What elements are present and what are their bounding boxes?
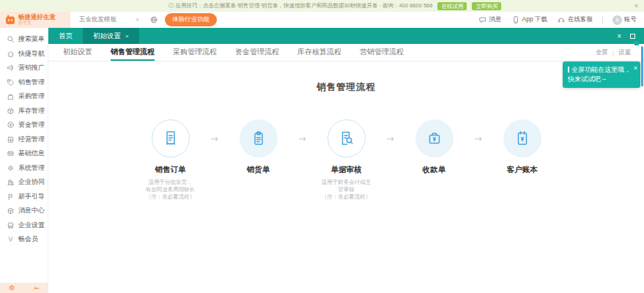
template-select[interactable]: 五金批发模板 ∨	[79, 15, 139, 24]
search-icon	[7, 35, 15, 43]
sidebar-item-sales[interactable]: 销售管理	[0, 75, 48, 90]
user-icon	[614, 17, 621, 23]
shopping-bag-icon	[7, 92, 15, 100]
tabbar-right-controls: ×	[617, 28, 644, 44]
tooltip-text: 全屏功能在这里哦，快来试试吧～	[568, 66, 631, 83]
scrollbar-thumb[interactable]	[641, 46, 643, 86]
globe-icon[interactable]	[149, 15, 158, 24]
tab-close-icon[interactable]: ×	[125, 33, 129, 40]
sidebar-item-label: 畅会员	[18, 234, 38, 244]
logo-title: 畅捷通好生意	[18, 14, 56, 20]
buy-now-badge[interactable]: 立即购买	[472, 2, 501, 10]
receipt-circle[interactable]	[415, 119, 454, 157]
trial-industry-button[interactable]: 体验行业功能	[165, 13, 217, 26]
brand-logo-icon	[5, 15, 15, 25]
flow-step-customer-ledger[interactable]: 客户账本	[487, 119, 558, 175]
sidebar: 搜索菜单 快捷导航 营销推广 销售管理 采购管理 库存管理 资金管理 经营管理 …	[0, 28, 48, 293]
sales-invoice-circle[interactable]	[240, 119, 278, 157]
settings-button[interactable]: 设置	[618, 48, 631, 57]
flow-arrow-icon: →	[294, 119, 311, 157]
sidebar-item-inventory[interactable]: 库存管理	[0, 104, 48, 119]
sidebar-item-base-info[interactable]: 基础信息	[0, 146, 48, 161]
sidebar-item-label: 新手引导	[18, 192, 45, 201]
customer-ledger-circle[interactable]	[503, 119, 541, 157]
home-icon	[7, 50, 15, 58]
sales-flow-diagram: 销售订单 适用于分批发货， 有合同业务周期较长 （注：非必要流程） → 销货单 …	[48, 119, 644, 201]
step-label: 单据审核	[331, 165, 362, 175]
avatar	[612, 15, 622, 25]
building-icon	[7, 178, 15, 186]
account-menu[interactable]: 账号	[612, 15, 637, 25]
announcement-close-icon[interactable]: ×	[634, 2, 638, 10]
sidebar-item-label: 资金管理	[18, 120, 45, 130]
subtab-initial-settings[interactable]: 初始设置	[63, 44, 92, 61]
tab-home[interactable]: 首页	[48, 28, 83, 44]
messages-button[interactable]: 消息	[478, 15, 502, 24]
fullscreen-button[interactable]: 全屏	[596, 48, 608, 57]
sidebar-item-purchase[interactable]: 采购管理	[0, 89, 48, 104]
flow-arrow-icon: →	[206, 119, 223, 157]
sidebar-item-label: 快捷导航	[18, 49, 45, 59]
subtab-sales-flow[interactable]: 销售管理流程	[111, 44, 155, 61]
app-download-button[interactable]: App 下载	[511, 15, 548, 24]
gear-icon	[7, 164, 15, 172]
tab-initial-settings[interactable]: 初始设置 ×	[83, 28, 139, 44]
sidebar-item-company-settings[interactable]: 企业设置	[0, 218, 48, 233]
subtab-funds-flow[interactable]: 资金管理流程	[235, 44, 279, 61]
vip-icon	[7, 235, 15, 243]
subtab-bar: 初始设置 销售管理流程 采购管理流程 资金管理流程 库存核算流程 营销管理流程 …	[48, 44, 644, 62]
sales-order-circle[interactable]	[152, 119, 190, 157]
sidebar-item-membership[interactable]: 畅会员	[0, 232, 48, 247]
utilities-separator: |	[612, 49, 614, 56]
sidebar-item-collaboration[interactable]: 企业协同	[0, 175, 48, 190]
sidebar-item-message-center[interactable]: 消息中心	[0, 204, 48, 218]
trial-online-badge[interactable]: 在线试用	[437, 2, 467, 10]
chevron-down-icon: ∨	[136, 17, 139, 23]
page-utilities: 全屏 | 设置	[596, 44, 631, 62]
subtab-purchase-flow[interactable]: 采购管理流程	[173, 44, 217, 61]
fullscreen-tooltip: 全屏功能在这里哦，快来试试吧～ ×	[563, 62, 640, 88]
message-bubble-icon	[478, 15, 487, 24]
sidebar-item-search[interactable]: 搜索菜单	[0, 32, 48, 47]
announcement-bar: ⓘ 应用技巧：点击左侧菜单·销售管理·销货单，快速增加客户和商品数据30秒快速开…	[0, 0, 644, 12]
step-description: 适用于分批发货， 有合同业务周期较长 （注：非必要流程）	[146, 179, 196, 201]
step-label: 收款单	[423, 165, 446, 175]
collapse-sidebar-icon[interactable]: ←	[34, 284, 40, 292]
flow-step-receipt[interactable]: 收款单	[399, 119, 470, 175]
support-button[interactable]: 在线客服	[557, 15, 593, 24]
tooltip-accent-bar	[568, 67, 569, 73]
logo: 畅捷通好生意 好生意	[0, 12, 70, 28]
messages-label: 消息	[489, 15, 502, 24]
sidebar-footer: ⚙ ←	[0, 283, 48, 293]
doc-review-circle[interactable]	[327, 119, 366, 157]
flow-arrow-icon: →	[470, 119, 487, 157]
subtab-marketing-flow[interactable]: 营销管理流程	[360, 44, 404, 61]
step-label: 销货单	[247, 165, 270, 175]
sidebar-item-quick-nav[interactable]: 快捷导航	[0, 47, 48, 62]
payment-icon	[426, 130, 443, 147]
sidebar-item-marketing[interactable]: 营销推广	[0, 61, 48, 75]
sidebar-item-label: 经营管理	[18, 135, 45, 144]
close-all-tabs-icon[interactable]: ×	[617, 32, 621, 40]
flow-step-doc-review[interactable]: 单据审核 适用于财务会计或主 管审核 （注：非必要流程）	[311, 119, 382, 201]
sidebar-item-label: 销售管理	[18, 78, 45, 87]
sidebar-item-label: 系统管理	[18, 163, 45, 173]
maximize-icon[interactable]	[630, 34, 635, 39]
logo-subtitle: 好生意	[18, 20, 56, 26]
account-label: 账号	[624, 15, 637, 24]
sidebar-item-funds[interactable]: 资金管理	[0, 118, 48, 133]
settings-gear-icon[interactable]: ⚙	[9, 284, 15, 292]
chart-icon	[7, 136, 15, 144]
phone-icon	[511, 15, 520, 24]
tooltip-close-icon[interactable]: ×	[634, 64, 637, 73]
sidebar-item-operations[interactable]: 经营管理	[0, 133, 48, 147]
sidebar-item-guide[interactable]: 新手引导	[0, 190, 48, 204]
flow-step-sales-invoice[interactable]: 销货单	[223, 119, 294, 175]
sidebar-item-system[interactable]: 系统管理	[0, 161, 48, 176]
megaphone-icon	[7, 64, 15, 72]
fullscreen-highlight-dot[interactable]	[634, 41, 639, 45]
sidebar-item-label: 消息中心	[18, 206, 45, 215]
flag-icon	[7, 193, 15, 201]
subtab-inventory-flow[interactable]: 库存核算流程	[297, 44, 341, 61]
flow-step-sales-order[interactable]: 销售订单 适用于分批发货， 有合同业务周期较长 （注：非必要流程）	[136, 119, 206, 201]
